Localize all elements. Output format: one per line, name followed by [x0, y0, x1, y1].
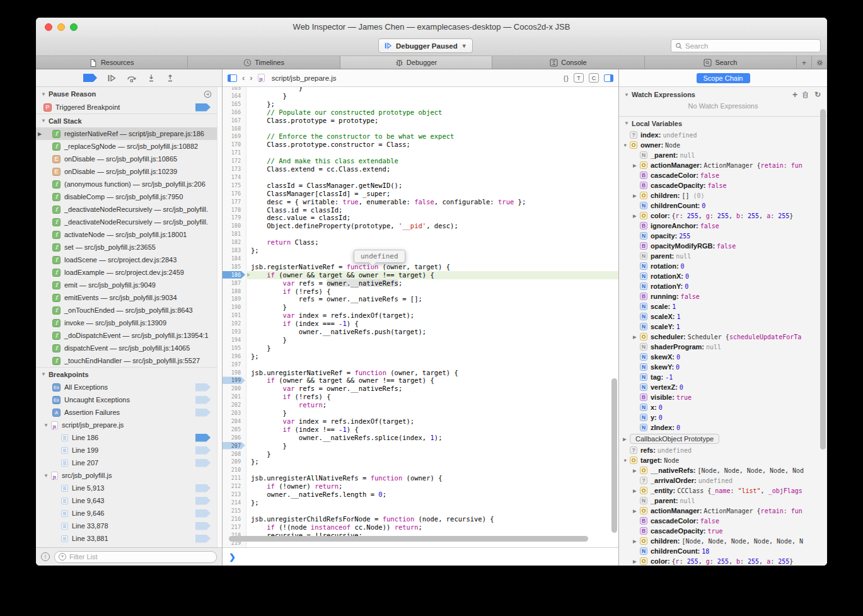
variable-row[interactable]: NscaleY:1 — [619, 322, 827, 332]
variable-row[interactable]: ▶OactionManager:ActionManager {retain: f… — [619, 160, 827, 170]
breakpoint-toggle[interactable] — [195, 522, 211, 530]
continue-icon[interactable] — [107, 74, 117, 83]
call-stack-header[interactable]: ▼ Call Stack — [36, 113, 217, 127]
add-watch-icon[interactable]: + — [791, 90, 799, 100]
variable-row[interactable]: Bvisible:true — [619, 392, 827, 402]
tab-search[interactable]: Search — [645, 56, 797, 69]
variable-row[interactable]: ▶Ochildren:[Node, Node, Node, Node, Node… — [619, 536, 827, 546]
variable-row[interactable]: BcascadeColor:false — [619, 516, 827, 526]
variable-row[interactable]: NskewY:0 — [619, 362, 827, 372]
sidebar-scrollbar[interactable] — [217, 87, 222, 547]
line-number-breakpoint[interactable]: 207 — [223, 442, 245, 450]
line-number-breakpoint[interactable]: 186 — [223, 271, 245, 279]
variable-row[interactable]: ▶CallbackObject Prototype — [619, 433, 827, 445]
variable-row[interactable]: ?refs:undefined — [619, 445, 827, 455]
type-profiler-icon[interactable]: T — [574, 73, 584, 83]
code-coverage-icon[interactable]: C — [589, 73, 599, 83]
toggle-breakpoints-icon[interactable] — [83, 74, 97, 82]
horizontal-scrollbar[interactable] — [229, 536, 588, 542]
filter-field[interactable] — [54, 551, 217, 563]
variable-row[interactable]: ▼Oowner:Node — [619, 140, 827, 150]
variable-row[interactable]: ?_arrivalOrder:undefined — [619, 475, 827, 485]
breakpoints-header[interactable]: ▼ Breakpoints — [36, 367, 217, 381]
scope-chain-button[interactable]: Scope Chain — [697, 73, 750, 83]
tab-debugger[interactable]: Debugger — [340, 56, 492, 69]
tab-resources[interactable]: Resources — [36, 56, 188, 69]
refresh-icon[interactable]: ↻ — [813, 90, 822, 99]
breakpoint-toggle[interactable] — [195, 103, 211, 112]
call-stack-frame[interactable]: factivateNode — src/jsb_polyfill.js:1800… — [36, 228, 217, 241]
variable-row[interactable]: ▶Oscheduler:Scheduler {scheduleUpdateFor… — [619, 332, 827, 342]
breakpoint-row[interactable]: Line 207 — [36, 456, 217, 469]
local-variables-header[interactable]: ▼ Local Variables — [619, 116, 827, 130]
back-icon[interactable]: ‹ — [242, 73, 245, 83]
variable-row[interactable]: BcascadeColor:false — [619, 170, 827, 180]
breakpoint-row[interactable]: Line 199 — [36, 444, 217, 456]
breakpoint-row[interactable]: ExUncaught Exceptions — [36, 393, 217, 406]
call-stack-frame[interactable]: f(anonymous function) — src/jsb_polyfill… — [36, 178, 217, 190]
variable-row[interactable]: ▶Ocolor:{r: 255, g: 255, b: 255, a: 255} — [619, 211, 827, 221]
breakpoint-toggle[interactable] — [195, 396, 211, 404]
call-stack-frame[interactable]: fdisableComp — src/jsb_polyfill.js:7950 — [36, 190, 217, 203]
breakpoint-toggle[interactable] — [195, 497, 211, 505]
add-tab-button[interactable]: + — [797, 56, 812, 69]
variable-row[interactable]: NchildrenCount:18 — [619, 546, 827, 556]
close-window-button[interactable] — [45, 23, 52, 31]
variable-row[interactable]: N_parent:null — [619, 496, 827, 506]
variable-row[interactable]: NskewX:0 — [619, 352, 827, 362]
call-stack-frame[interactable]: EonDisable — src/jsb_polyfill.js:10239 — [36, 165, 217, 178]
breakpoint-row[interactable]: ExAll Exceptions — [36, 381, 217, 393]
filter-input[interactable] — [69, 553, 212, 561]
variable-row[interactable]: Ntag:-1 — [619, 372, 827, 382]
tab-console[interactable]: Console — [492, 56, 644, 69]
variable-row[interactable]: Ny:0 — [619, 412, 827, 422]
step-into-icon[interactable] — [147, 74, 156, 83]
breakpoint-row[interactable]: Line 33,878 — [36, 520, 217, 532]
breakpoint-row[interactable]: Line 186 — [36, 431, 217, 444]
breakpoint-toggle[interactable] — [195, 446, 211, 455]
breakpoint-row[interactable]: Line 5,913 — [36, 482, 217, 494]
variable-row[interactable]: BignoreAnchor:false — [619, 221, 827, 231]
toggle-left-sidebar-icon[interactable] — [228, 74, 237, 82]
toggle-right-sidebar-icon[interactable] — [604, 74, 613, 82]
variable-row[interactable]: ?index:undefined — [619, 130, 827, 140]
line-number-breakpoint[interactable]: 199 — [223, 376, 245, 384]
variable-row[interactable]: BcascadeOpacity:false — [619, 180, 827, 190]
call-stack-frame[interactable]: floadScene — src/project.dev.js:2843 — [36, 253, 217, 266]
call-stack-frame[interactable]: fset — src/jsb_polyfill.js:23655 — [36, 241, 217, 253]
variable-row[interactable]: NrotationY:0 — [619, 281, 827, 291]
issues-filter-icon[interactable]: ! — [41, 552, 50, 561]
call-stack-frame[interactable]: f_onTouchEnded — src/jsb_polyfill.js:864… — [36, 304, 217, 317]
variable-row[interactable]: ▶Ochildren:[] (0) — [619, 190, 827, 200]
breakpoint-toggle[interactable] — [195, 434, 211, 442]
breakpoint-toggle[interactable] — [195, 484, 211, 492]
variable-row[interactable]: NrotationX:0 — [619, 271, 827, 281]
trash-icon[interactable] — [802, 91, 811, 98]
breakpoint-row[interactable]: Line 9,646 — [36, 507, 217, 520]
call-stack-frame[interactable]: floadExample — src/project.dev.js:2459 — [36, 266, 217, 279]
breadcrumb[interactable]: js script/jsb_prepare.js — [258, 74, 337, 82]
variable-row[interactable]: ▶O_entity:CCClass {_name: "list", _objFl… — [619, 485, 827, 496]
call-stack-frame[interactable]: f_touchEndHandler — src/jsb_polyfill.js:… — [36, 354, 217, 367]
call-stack-frame[interactable]: f_replaceSgNode — src/jsb_polyfill.js:10… — [36, 140, 217, 153]
step-out-icon[interactable] — [166, 74, 175, 83]
variable-row[interactable]: ▶O__nativeRefs:[Node, Node, Node, Node, … — [619, 465, 827, 475]
debugger-paused-button[interactable]: Debugger Paused ▼ — [378, 38, 473, 53]
variable-row[interactable]: BcascadeOpacity:true — [619, 526, 827, 536]
watch-expressions-header[interactable]: ▼ Watch Expressions + ↻ — [619, 87, 827, 102]
breakpoint-toggle[interactable] — [195, 383, 211, 392]
call-stack-frame[interactable]: EonDisable — src/jsb_polyfill.js:10865 — [36, 153, 217, 165]
call-stack-frame[interactable]: fdispatchEvent — src/jsb_polyfill.js:140… — [36, 342, 217, 354]
variable-row[interactable]: NzIndex:0 — [619, 422, 827, 433]
variable-row[interactable]: NvertexZ:0 — [619, 382, 827, 392]
variable-row[interactable]: Nopacity:255 — [619, 231, 827, 241]
variable-row[interactable]: N_parent:null — [619, 150, 827, 160]
pause-reason-header[interactable]: ▼ Pause Reason — [36, 87, 217, 101]
step-over-icon[interactable] — [127, 74, 137, 83]
gear-icon[interactable] — [812, 56, 827, 69]
breakpoint-file-row[interactable]: ▼jsscript/jsb_prepare.js — [36, 419, 217, 431]
code-editor[interactable]: 163 }164 }165 };166 // Populate our cons… — [223, 87, 618, 547]
reveal-in-source-icon[interactable] — [204, 90, 212, 98]
call-stack-frame[interactable]: femitEvents — src/jsb_polyfill.js:9034 — [36, 291, 217, 304]
variable-row[interactable]: NshaderProgram:null — [619, 342, 827, 352]
